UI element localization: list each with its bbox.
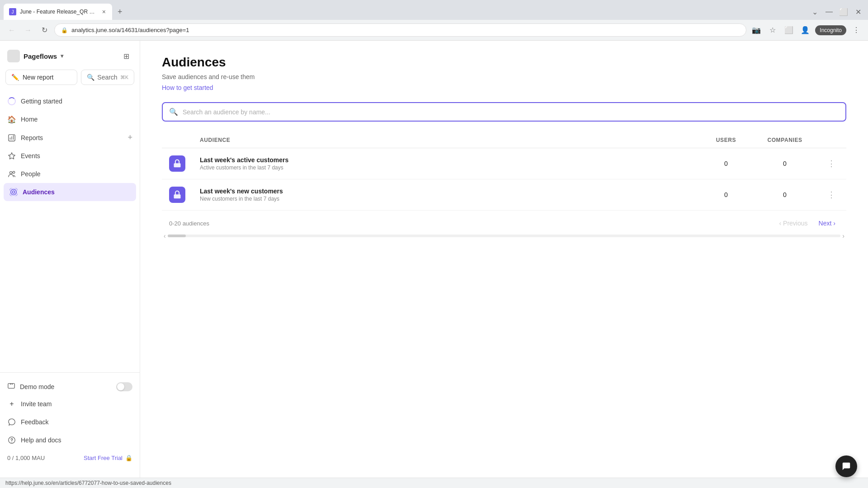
sidebar-item-label-audiences: Audiences (23, 188, 131, 196)
search-button[interactable]: 🔍 Search ⌘K (81, 70, 134, 85)
mau-count: 0 / 1,000 MAU (7, 455, 45, 461)
url-text: analytics.june.so/a/14631/audiences?page… (71, 27, 740, 33)
svg-point-3 (12, 191, 14, 193)
tab-sync-icon[interactable]: ⬜ (783, 24, 795, 37)
new-report-label: New report (23, 74, 53, 81)
sidebar-item-feedback[interactable]: Feedback (0, 413, 140, 431)
sidebar-header: Pageflows ▾ ⊞ (0, 46, 140, 70)
audience-name-cell: Last week's new customers New customers … (193, 179, 699, 211)
users-cell: 0 (699, 148, 753, 179)
col-icon (162, 132, 193, 148)
forward-button[interactable]: → (22, 24, 34, 37)
row-menu-button[interactable]: ⋮ (824, 188, 839, 201)
table-row: Last week's active customers Active cust… (162, 148, 846, 179)
active-tab[interactable]: J June - Feature Release_QR Code × (4, 4, 112, 20)
svg-point-4 (11, 189, 17, 195)
invite-icon: + (7, 399, 16, 408)
audience-search-bar[interactable]: 🔍 (162, 102, 846, 122)
audience-desc: New customers in the last 7 days (200, 196, 692, 202)
new-tab-button[interactable]: + (114, 5, 126, 19)
camera-off-icon[interactable]: 📷 (750, 24, 763, 37)
sidebar-item-audiences[interactable]: Audiences (4, 183, 136, 201)
row-menu-button[interactable]: ⋮ (824, 157, 839, 170)
sidebar-item-getting-started[interactable]: Getting started (0, 92, 140, 110)
events-icon (7, 151, 16, 160)
bookmark-icon[interactable]: ☆ (766, 24, 779, 37)
sidebar-item-label-events: Events (21, 152, 132, 160)
url-bar[interactable]: 🔒 analytics.june.so/a/14631/audiences?pa… (54, 23, 746, 37)
close-window-button[interactable]: ✕ (852, 5, 864, 18)
sidebar-item-invite-team[interactable]: + Invite team (0, 395, 140, 413)
help-link[interactable]: How to get started (162, 84, 213, 91)
spinner-icon (7, 97, 16, 106)
browser-actions: 📷 ☆ ⬜ 👤 Incognito ⋮ (750, 24, 863, 37)
reports-icon (7, 133, 16, 142)
maximize-button[interactable]: ⬜ (837, 5, 850, 18)
new-report-button[interactable]: ✏️ New report (5, 70, 77, 85)
edit-icon: ✏️ (11, 74, 19, 81)
start-trial-button[interactable]: Start Free Trial 🔒 (84, 455, 132, 461)
app: Pageflows ▾ ⊞ ✏️ New report 🔍 Search ⌘K (0, 41, 868, 478)
sidebar-item-label-getting-started: Getting started (21, 98, 132, 105)
scroll-left-arrow[interactable]: ‹ (162, 232, 168, 239)
col-users: USERS (699, 132, 753, 148)
tab-restore-button[interactable]: ⌄ (808, 5, 821, 18)
menu-button[interactable]: ⋮ (850, 24, 863, 37)
chat-fab-button[interactable] (835, 455, 857, 477)
reports-add-icon[interactable]: + (127, 133, 132, 142)
audience-icon (169, 155, 185, 172)
scroll-right-arrow[interactable]: › (840, 232, 846, 239)
audiences-icon (9, 188, 18, 197)
audiences-table: AUDIENCE USERS COMPANIES Last week's act… (162, 132, 846, 211)
previous-label: Previous (783, 220, 807, 227)
audience-search-input[interactable] (183, 108, 839, 116)
back-button[interactable]: ← (5, 24, 18, 37)
people-icon (7, 169, 16, 178)
page-title: Audiences (162, 55, 846, 70)
sidebar-item-people[interactable]: People (0, 165, 140, 183)
row-actions-cell: ⋮ (816, 148, 846, 179)
table-row: Last week's new customers New customers … (162, 179, 846, 211)
toggle-knob (117, 383, 124, 390)
sidebar-item-home[interactable]: 🏠 Home (0, 110, 140, 128)
sidebar-item-label-home: Home (21, 116, 132, 123)
col-companies: COMPANIES (753, 132, 816, 148)
sidebar-item-events[interactable]: Events (0, 147, 140, 165)
profile-icon[interactable]: 👤 (799, 24, 811, 37)
status-url: https://help.june.so/en/articles/6772077… (5, 480, 171, 486)
sidebar-collapse-button[interactable]: ⊞ (120, 50, 132, 62)
previous-page-button[interactable]: ‹ Previous (775, 218, 811, 229)
sidebar-item-help[interactable]: Help and docs (0, 431, 140, 449)
row-icon-cell (162, 179, 193, 211)
main-content: Audiences Save audiences and re-use them… (140, 41, 868, 478)
home-icon: 🏠 (7, 115, 16, 124)
chevron-down-icon: ▾ (61, 53, 63, 59)
address-bar: ← → ↻ 🔒 analytics.june.so/a/14631/audien… (0, 20, 868, 40)
chevron-right-icon: › (833, 220, 835, 227)
next-page-button[interactable]: Next › (815, 218, 839, 229)
svg-rect-7 (10, 384, 11, 385)
users-count: 0 (724, 160, 728, 167)
tab-favicon: J (9, 8, 16, 15)
svg-rect-11 (174, 163, 181, 167)
svg-rect-6 (8, 384, 14, 389)
tab-close-button[interactable]: × (101, 7, 107, 16)
chevron-left-icon: ‹ (779, 220, 781, 227)
companies-cell: 0 (753, 179, 816, 211)
sidebar-actions: ✏️ New report 🔍 Search ⌘K (0, 70, 140, 92)
org-name-label: Pageflows (24, 52, 57, 60)
horizontal-scrollbar[interactable]: ‹ › (162, 232, 846, 239)
audience-desc: Active customers in the last 7 days (200, 164, 692, 171)
sidebar: Pageflows ▾ ⊞ ✏️ New report 🔍 Search ⌘K (0, 41, 140, 478)
scroll-track (168, 235, 841, 237)
demo-mode-toggle[interactable] (116, 382, 132, 391)
page-subtitle: Save audiences and re-use them (162, 73, 846, 80)
status-bar: https://help.june.so/en/articles/6772077… (0, 478, 868, 488)
minimize-button[interactable]: — (823, 5, 835, 18)
demo-mode-item: Demo mode (0, 378, 140, 395)
sidebar-item-reports[interactable]: Reports + (0, 128, 140, 147)
org-name[interactable]: Pageflows ▾ (7, 50, 63, 62)
tab-bar: J June - Feature Release_QR Code × + ⌄ —… (0, 0, 868, 20)
next-label: Next (819, 220, 832, 227)
reload-button[interactable]: ↻ (38, 24, 51, 37)
